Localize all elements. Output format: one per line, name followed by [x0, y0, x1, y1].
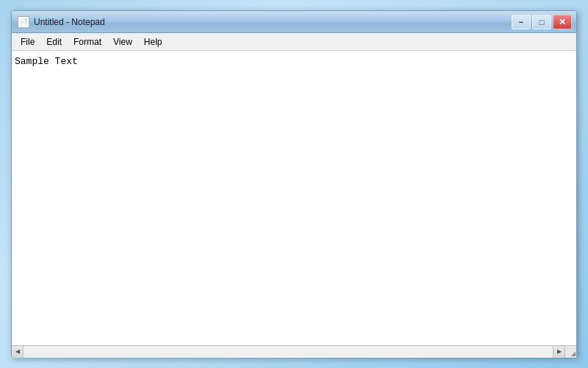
window-title: Untitled - Notepad: [34, 17, 105, 27]
resize-corner: ◢: [564, 346, 576, 358]
menu-view[interactable]: View: [107, 35, 138, 49]
menu-bar: File Edit Format View Help: [12, 33, 576, 51]
scroll-track[interactable]: [24, 346, 553, 358]
notepad-window: 📄 Untitled - Notepad − □ ✕ File Edit For…: [11, 10, 577, 358]
minimize-button[interactable]: −: [512, 15, 531, 29]
title-bar-left: 📄 Untitled - Notepad: [18, 16, 105, 28]
menu-edit[interactable]: Edit: [40, 35, 68, 49]
close-button[interactable]: ✕: [553, 15, 572, 29]
menu-file[interactable]: File: [15, 35, 40, 49]
maximize-button[interactable]: □: [532, 15, 551, 29]
editor-container: Sample Text: [12, 51, 576, 345]
title-bar: 📄 Untitled - Notepad − □ ✕: [12, 11, 576, 33]
menu-format[interactable]: Format: [68, 35, 107, 49]
resize-grip-icon: ◢: [571, 351, 576, 357]
scroll-left-button[interactable]: ◀: [12, 346, 24, 358]
horizontal-scrollbar: ◀ ▶ ◢: [12, 345, 576, 357]
title-buttons: − □ ✕: [512, 15, 572, 29]
app-icon: 📄: [18, 16, 29, 28]
menu-help[interactable]: Help: [138, 35, 168, 49]
scroll-right-button[interactable]: ▶: [553, 346, 564, 358]
text-editor[interactable]: Sample Text: [12, 51, 576, 345]
